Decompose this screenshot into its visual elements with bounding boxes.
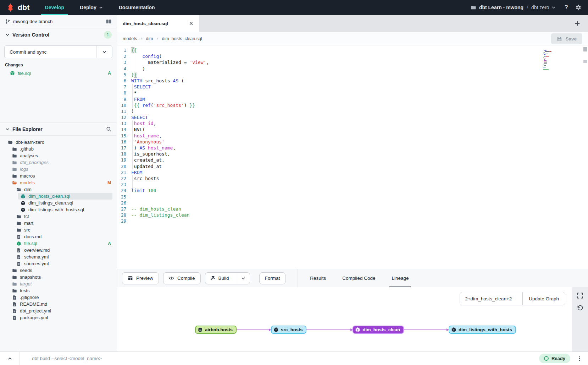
line-number: 3 <box>117 59 126 65</box>
tree-item-.gitignore[interactable]: .gitignore <box>0 294 117 301</box>
tree-item-seeds[interactable]: seeds <box>0 267 117 274</box>
preview-button[interactable]: Preview <box>122 272 159 284</box>
editor-tab[interactable]: dim_hosts_clean.sql <box>117 15 199 32</box>
line-number: 13 <box>117 120 126 126</box>
tree-item-overview.md[interactable]: overview.md <box>0 247 117 254</box>
nav-item-deploy[interactable]: Deploy <box>78 0 105 15</box>
chevron-up-icon[interactable] <box>7 356 13 361</box>
tree-item-label: seeds <box>20 268 32 273</box>
tree-item-label: .github <box>20 146 34 152</box>
chevron-down-icon[interactable] <box>551 5 556 10</box>
code-line: 17 ) AS host_name, <box>117 145 588 151</box>
save-button[interactable]: Save <box>551 33 582 44</box>
folder-icon <box>16 228 21 233</box>
tree-item-macros[interactable]: macros <box>0 173 117 179</box>
lineage-node-dim_hosts_clean[interactable]: dim_hosts_clean <box>353 326 404 334</box>
tree-item-mart[interactable]: mart <box>0 220 117 227</box>
tree-item-label: sources.yml <box>24 261 49 266</box>
code-text: src_hosts <box>126 175 159 181</box>
tree-item-dbt-learn-zero[interactable]: dbt-learn-zero <box>0 139 117 146</box>
format-button[interactable]: Format <box>259 272 286 284</box>
chevron-down-icon[interactable] <box>5 32 10 37</box>
nav-item-develop[interactable]: Develop <box>43 0 66 15</box>
help-icon[interactable]: ? <box>565 4 568 11</box>
build-dropdown-chevron-icon[interactable] <box>237 273 250 284</box>
code-line: 6WITH src_hosts AS ( <box>117 78 588 84</box>
minimap[interactable] <box>543 48 576 91</box>
compile-button[interactable]: Compile <box>163 272 201 284</box>
tree-item-sources.yml[interactable]: sources.yml <box>0 260 117 267</box>
chevron-down-icon[interactable] <box>5 127 10 132</box>
tree-item-dbt_packages[interactable]: dbt_packages <box>0 159 117 166</box>
project-name[interactable]: dbt Learn - mwong <box>479 5 523 10</box>
build-button[interactable]: Build <box>205 272 250 284</box>
breadcrumb-item[interactable]: models <box>123 36 137 41</box>
code-text: {{ ref('src_hosts') }} <box>126 102 195 108</box>
tree-item-dim_hosts_clean.sql[interactable]: dim_hosts_clean.sql <box>0 193 117 200</box>
tree-item-models[interactable]: modelsM <box>0 179 117 186</box>
tree-item-label: README.md <box>20 301 47 307</box>
tree-item-dim_listings_with_hosts.sql[interactable]: dim_listings_with_hosts.sql <box>0 206 117 213</box>
fullscreen-icon[interactable] <box>577 292 583 299</box>
tree-item-tests[interactable]: tests <box>0 287 117 294</box>
tree-item-analyses[interactable]: analyses <box>0 152 117 159</box>
panels-icon[interactable] <box>106 18 112 24</box>
code-text: host_id, <box>126 120 156 126</box>
tree-item-file.sql[interactable]: file.sqlA <box>0 240 117 247</box>
command-input[interactable]: dbt build --select <model_name> <box>32 356 102 361</box>
tree-item-snapshots[interactable]: snapshots <box>0 274 117 280</box>
version-control-header[interactable]: Version Control 1 <box>0 28 117 41</box>
tree-item-.github[interactable]: .github <box>0 146 117 152</box>
branch-row[interactable]: mwong-dev-branch <box>0 15 117 28</box>
tree-item-dim[interactable]: dim <box>0 186 117 193</box>
breadcrumb-item[interactable]: dim_hosts_clean.sql <box>162 36 202 41</box>
new-tab-plus-icon[interactable] <box>572 18 582 28</box>
code-editor[interactable]: 1{{2 config(3 materialized = 'view',4 )5… <box>117 45 588 269</box>
result-tabs: ResultsCompiled CodeLineage <box>309 269 423 287</box>
nav-item-documentation[interactable]: Documentation <box>117 0 157 15</box>
line-number: 29 <box>117 218 126 224</box>
tab-compiled-code[interactable]: Compiled Code <box>341 269 377 287</box>
line-number: 10 <box>117 102 126 108</box>
tree-item-src[interactable]: src <box>0 227 117 233</box>
search-icon[interactable] <box>106 126 112 132</box>
file-icon <box>16 255 21 260</box>
tab-results[interactable]: Results <box>309 269 327 287</box>
kebab-menu-icon[interactable] <box>577 356 582 361</box>
lineage-node-dim_listings_with_hosts[interactable]: dim_listings_with_hosts <box>449 326 516 334</box>
tab-lineage[interactable]: Lineage <box>390 269 410 287</box>
scrollbar-thumb[interactable] <box>583 47 587 51</box>
tree-item-packages.yml[interactable]: packages.yml <box>0 314 117 321</box>
tree-item-target[interactable]: target <box>0 280 117 287</box>
dbt-logo[interactable]: dbt <box>6 3 30 12</box>
environment-name[interactable]: dbt zero <box>531 5 549 10</box>
tree-item-dim_listings_clean.sql[interactable]: dim_listings_clean.sql <box>0 200 117 206</box>
tree-item-schema.yml[interactable]: schema.yml <box>0 254 117 260</box>
change-item[interactable]: file.sqlA <box>0 70 117 77</box>
breadcrumb-item[interactable]: dim <box>146 36 153 41</box>
tree-item-fct[interactable]: fct <box>0 213 117 220</box>
tree-item-dbt_project.yml[interactable]: dbt_project.yml <box>0 307 117 314</box>
folder-icon <box>12 153 17 158</box>
tree-item-logs[interactable]: logs <box>0 166 117 173</box>
gear-icon[interactable] <box>575 4 582 11</box>
code-text: FROM <box>126 169 142 175</box>
code-text: host_name, <box>126 133 162 139</box>
tree-item-README.md[interactable]: README.md <box>0 301 117 307</box>
update-graph-button[interactable]: Update Graph <box>522 292 565 305</box>
commit-and-sync-button[interactable]: Commit and sync <box>4 45 112 58</box>
build-button-main[interactable]: Build <box>205 273 234 284</box>
tree-item-label: logs <box>20 167 28 172</box>
chevron-down-icon[interactable] <box>96 46 112 58</box>
lineage-node-airbnb.hosts[interactable]: airbnb.hosts <box>195 326 237 334</box>
tree-item-docs.md[interactable]: docs.md <box>0 233 117 240</box>
lineage-filter-input[interactable] <box>460 292 522 305</box>
code-line: 2 config( <box>117 53 588 59</box>
file-explorer-header[interactable]: File Explorer <box>0 123 117 136</box>
code-line: 3 materialized = 'view', <box>117 59 588 65</box>
file-icon <box>12 309 17 314</box>
database-icon <box>198 327 203 332</box>
close-icon[interactable] <box>189 21 194 26</box>
lineage-node-src_hosts[interactable]: src_hosts <box>271 326 306 334</box>
reset-view-icon[interactable] <box>577 305 583 311</box>
